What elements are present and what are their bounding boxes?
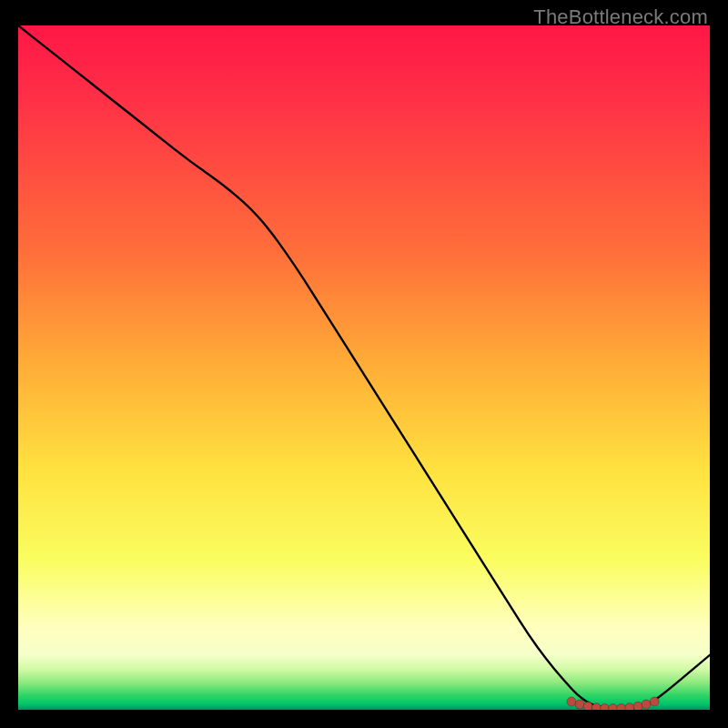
optimal-marker <box>633 702 642 710</box>
optimal-marker <box>625 703 634 710</box>
optimal-marker <box>567 697 576 706</box>
optimal-marker <box>601 704 610 711</box>
optimal-marker <box>609 704 618 711</box>
optimal-marker <box>583 702 592 710</box>
optimal-marker <box>650 697 659 706</box>
plot-area <box>18 25 710 710</box>
optimal-marker <box>592 703 601 710</box>
optimal-zone-markers <box>567 697 659 710</box>
optimal-marker <box>575 700 584 709</box>
bottleneck-curve-svg <box>18 25 710 710</box>
chart-container: TheBottleneck.com <box>0 0 728 728</box>
optimal-marker <box>642 700 651 709</box>
optimal-marker <box>617 704 626 711</box>
bottleneck-curve-path <box>18 25 710 709</box>
